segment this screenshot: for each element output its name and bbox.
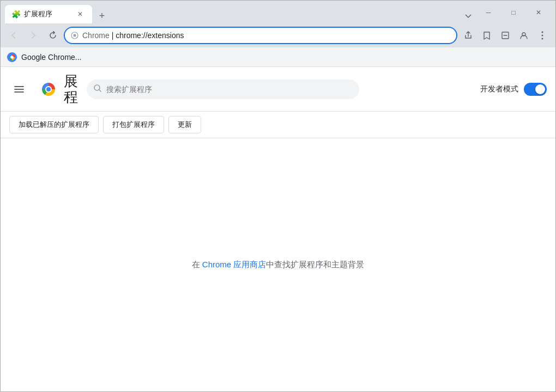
forward-button[interactable] xyxy=(25,27,42,44)
address-site-name: Chrome xyxy=(82,31,110,40)
browser-window: 🧩 扩展程序 ✕ + ─ □ ✕ xyxy=(0,0,556,392)
site-icon xyxy=(70,31,79,40)
address-separator: | xyxy=(110,31,116,40)
empty-state: 在 Chrome 应用商店中查找扩展程序和主题背景 xyxy=(1,138,555,391)
empty-prefix: 在 xyxy=(192,260,202,269)
svg-point-9 xyxy=(10,56,14,59)
ext-title-line1: 展 xyxy=(64,74,78,89)
title-bar: 🧩 扩展程序 ✕ + ─ □ ✕ xyxy=(1,1,555,23)
ext-brand: 展 程 xyxy=(38,74,78,105)
empty-suffix: 中查找扩展程序和主题背景 xyxy=(266,260,364,269)
minimize-button[interactable]: ─ xyxy=(476,4,501,21)
hamburger-menu-button[interactable] xyxy=(9,79,29,99)
dev-mode-label: 开发者模式 xyxy=(480,84,518,94)
dev-mode-toggle[interactable] xyxy=(524,83,547,96)
toggle-knob xyxy=(535,84,545,94)
maximize-button[interactable]: □ xyxy=(501,4,526,21)
active-tab[interactable]: 🧩 扩展程序 ✕ xyxy=(5,5,92,23)
dev-mode-section: 开发者模式 xyxy=(480,83,547,96)
window-controls: ─ □ ✕ xyxy=(476,4,555,23)
pack-extension-button[interactable]: 打包扩展程序 xyxy=(103,116,164,133)
tab-close-button[interactable]: ✕ xyxy=(75,9,86,20)
nav-bar: Chrome | chrome://extensions xyxy=(1,23,555,47)
search-icon xyxy=(93,84,102,95)
reading-list-button[interactable] xyxy=(497,27,514,44)
profile-button[interactable] xyxy=(515,27,533,44)
share-button[interactable] xyxy=(460,27,477,44)
tab-title: 扩展程序 xyxy=(24,9,71,19)
ext-title-line2: 程 xyxy=(64,89,78,105)
svg-point-7 xyxy=(542,38,543,40)
chrome-logo xyxy=(38,78,59,100)
update-button[interactable]: 更新 xyxy=(168,116,201,133)
svg-point-14 xyxy=(46,87,51,91)
empty-state-text: 在 Chrome 应用商店中查找扩展程序和主题背景 xyxy=(192,260,365,270)
new-tab-button[interactable]: + xyxy=(94,8,110,23)
ext-header: 展 程 开发者模式 xyxy=(1,67,555,112)
ext-title: 展 程 xyxy=(64,74,78,105)
svg-point-5 xyxy=(542,32,543,33)
nav-actions xyxy=(460,27,551,44)
tab-search-button[interactable] xyxy=(461,8,476,23)
reload-button[interactable] xyxy=(44,27,62,44)
address-url: chrome://extensions xyxy=(116,31,184,40)
address-bar[interactable]: Chrome | chrome://extensions xyxy=(64,27,457,44)
google-bar-text: Google Chrome... xyxy=(21,53,82,62)
google-bar: Google Chrome... xyxy=(1,47,555,67)
dev-buttons-bar: 加载已解压的扩展程序 打包扩展程序 更新 xyxy=(1,112,555,138)
search-input[interactable] xyxy=(106,85,353,94)
tab-favicon: 🧩 xyxy=(11,10,21,19)
tab-bar: 🧩 扩展程序 ✕ + xyxy=(1,5,461,23)
google-chrome-logo xyxy=(7,52,17,62)
menu-button[interactable] xyxy=(534,27,551,44)
back-button[interactable] xyxy=(5,27,22,44)
address-text: Chrome | chrome://extensions xyxy=(82,31,451,40)
extensions-page: 展 程 开发者模式 xyxy=(1,67,555,391)
close-button[interactable]: ✕ xyxy=(526,4,551,21)
bookmark-button[interactable] xyxy=(478,27,495,44)
svg-point-1 xyxy=(74,34,76,37)
chrome-store-link[interactable]: Chrome 应用商店 xyxy=(202,260,267,269)
svg-line-16 xyxy=(99,89,101,91)
svg-point-6 xyxy=(542,35,543,36)
load-unpacked-button[interactable]: 加载已解压的扩展程序 xyxy=(9,116,99,133)
search-container xyxy=(87,79,359,99)
